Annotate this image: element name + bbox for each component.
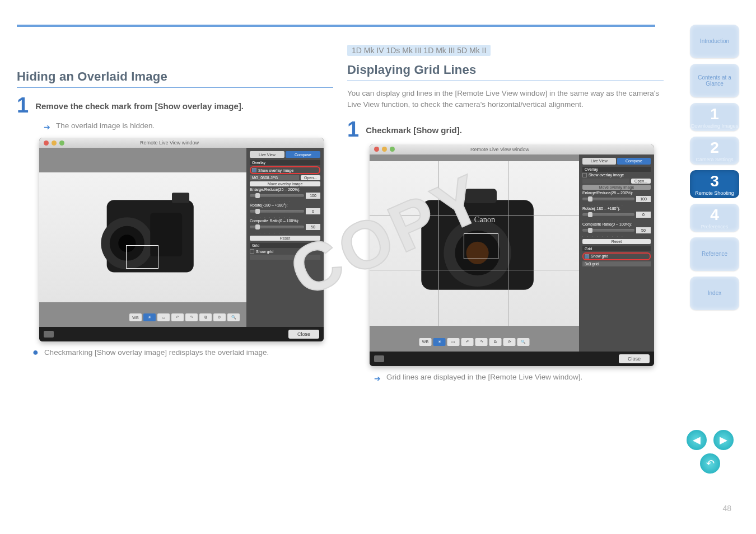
rotate-slider[interactable] <box>250 210 304 213</box>
rotate-label: Rotate(-180 – +180°): <box>250 203 320 207</box>
btn-rotate-r[interactable]: ↷ <box>475 338 488 346</box>
prev-page-button[interactable]: ◀ <box>687 430 707 450</box>
side-panel: Live View Compose Overlay Show overlay i… <box>579 154 654 352</box>
nav-label: Introduction <box>700 38 729 45</box>
nav-introduction[interactable]: Introduction <box>690 25 739 58</box>
grid-select[interactable]: 3x3 grid <box>582 261 651 266</box>
top-rule <box>17 25 655 27</box>
nav-chapter-1[interactable]: 1Downloading Images <box>690 103 739 131</box>
bullet-text: Checkmarking [Show overlay image] redisp… <box>44 347 269 358</box>
nav-label: Downloading Images <box>691 123 738 129</box>
enlarge-label: Enlarge/Reduce(25 – 200%): <box>250 188 320 191</box>
btn-bright[interactable]: ☀ <box>143 313 156 321</box>
btn-aspect[interactable]: ⧉ <box>199 313 212 321</box>
btn-hist[interactable]: ▭ <box>157 313 170 321</box>
comp-value[interactable]: 50 <box>636 227 651 233</box>
comp-slider[interactable] <box>250 226 304 228</box>
rotate-slider[interactable] <box>582 213 634 216</box>
open-button[interactable]: Open... <box>631 179 651 184</box>
close-button[interactable]: Close <box>619 354 650 363</box>
tab-compose[interactable]: Compose <box>617 158 651 165</box>
btn-rotate-r[interactable]: ↷ <box>185 313 198 321</box>
traffic-min-icon[interactable] <box>52 140 57 146</box>
overlay-file-field[interactable] <box>582 179 629 184</box>
enlarge-label: Enlarge/Reduce(25 – 200%): <box>582 191 651 195</box>
btn-rotate-l[interactable]: ↶ <box>171 313 184 321</box>
btn-hist[interactable]: ▭ <box>447 338 460 346</box>
overlay-section-label: Overlay <box>582 167 651 172</box>
tab-live-view[interactable]: Live View <box>250 151 284 158</box>
svg-rect-7 <box>465 189 497 203</box>
enlarge-slider[interactable] <box>250 194 304 197</box>
traffic-close-icon[interactable] <box>374 147 379 152</box>
show-overlay-checkbox-row[interactable]: Show overlay image <box>250 166 320 174</box>
next-page-button[interactable]: ▶ <box>713 430 734 450</box>
tab-compose[interactable]: Compose <box>286 151 320 158</box>
nav-chapter-2[interactable]: 2Camera Settings <box>690 137 739 165</box>
step-arrow-note: Grid lines are displayed in the [Remote … <box>386 372 582 383</box>
enlarge-value[interactable]: 100 <box>306 193 320 199</box>
checkbox-icon[interactable] <box>582 173 587 177</box>
remote-live-view-window-right: Remote Live View window Canon <box>370 144 654 366</box>
show-grid-row[interactable]: Show grid <box>250 249 320 254</box>
nav-index[interactable]: Index <box>690 277 739 310</box>
traffic-max-icon[interactable] <box>390 147 395 152</box>
btn-turn[interactable]: ⟳ <box>503 338 516 346</box>
btn-wb[interactable]: WB <box>129 313 142 321</box>
step-1-right: 1 Checkmark [Show grid]. <box>347 119 664 140</box>
checkbox-icon[interactable] <box>250 249 254 254</box>
nav-label: Reference <box>702 251 727 257</box>
nav-contents[interactable]: Contents at a Glance <box>690 64 739 97</box>
checkbox-icon[interactable] <box>252 168 256 172</box>
rotate-value[interactable]: 0 <box>636 212 651 218</box>
preview-area: Canon WB ☀ ▭ ↶ ↷ ⧉ ⟳ 🔍 <box>370 154 579 352</box>
nav-label: Remote Shooting <box>695 190 734 196</box>
btn-wb[interactable]: WB <box>419 338 432 346</box>
move-overlay-button[interactable]: Move overlay image <box>582 185 651 190</box>
nav-chapter-4[interactable]: 4Preferences <box>690 204 739 232</box>
underline-right <box>347 81 664 81</box>
traffic-min-icon[interactable] <box>382 147 387 152</box>
svg-rect-1 <box>172 193 189 203</box>
window-title: Remote Live View window <box>470 147 529 152</box>
preview-area: WB ☀ ▭ ↶ ↷ ⧉ ⟳ 🔍 <box>39 148 246 327</box>
show-grid-row[interactable]: Show grid <box>582 252 651 260</box>
comp-value[interactable]: 50 <box>306 224 320 230</box>
step-text: Checkmark [Show grid]. <box>366 119 462 135</box>
col-grid-lines: 1D Mk IV 1Ds Mk III 1D Mk III 5D Mk II D… <box>347 45 664 385</box>
model-badges: 1D Mk IV 1Ds Mk III 1D Mk III 5D Mk II <box>347 45 491 56</box>
btn-bright[interactable]: ☀ <box>433 338 446 346</box>
reset-button[interactable]: Reset <box>582 239 651 244</box>
btn-zoom[interactable]: 🔍 <box>227 313 240 321</box>
nav-label: Contents at a Glance <box>690 74 739 87</box>
ticks: · · · · · · · · · <box>582 235 651 238</box>
btn-zoom[interactable]: 🔍 <box>517 338 530 346</box>
show-overlay-label: Show overlay image <box>258 168 293 172</box>
close-button[interactable]: Close <box>288 330 319 339</box>
comp-label: Composite Ratio(0 – 100%): <box>582 222 651 226</box>
open-button[interactable]: Open... <box>301 175 320 180</box>
back-button[interactable]: ↶ <box>700 453 720 474</box>
traffic-close-icon[interactable] <box>44 140 49 146</box>
checkbox-icon[interactable] <box>585 254 589 259</box>
nav-reference[interactable]: Reference <box>690 237 739 271</box>
traffic-max-icon[interactable] <box>59 140 64 146</box>
nav-num: 3 <box>710 172 719 190</box>
btn-aspect[interactable]: ⧉ <box>489 338 502 346</box>
reset-button[interactable]: Reset <box>250 236 320 241</box>
enlarge-value[interactable]: 100 <box>636 196 651 202</box>
comp-slider[interactable] <box>582 229 634 232</box>
enlarge-slider[interactable] <box>582 198 634 200</box>
camera-illustration-icon <box>62 187 224 288</box>
tab-live-view[interactable]: Live View <box>582 158 616 165</box>
move-overlay-button[interactable]: Move overlay image <box>250 181 320 186</box>
overlay-section-label: Overlay <box>250 160 320 165</box>
btn-rotate-l[interactable]: ↶ <box>461 338 474 346</box>
rotate-value[interactable]: 0 <box>306 208 320 214</box>
show-overlay-checkbox-row[interactable]: Show overlay image <box>582 173 651 177</box>
overlay-file-field[interactable]: MG_0808.JPG <box>250 175 299 180</box>
camera-status-icon <box>374 355 384 362</box>
nav-chapter-3[interactable]: 3Remote Shooting <box>690 170 739 198</box>
grid-select[interactable] <box>250 255 320 260</box>
btn-turn[interactable]: ⟳ <box>213 313 226 321</box>
